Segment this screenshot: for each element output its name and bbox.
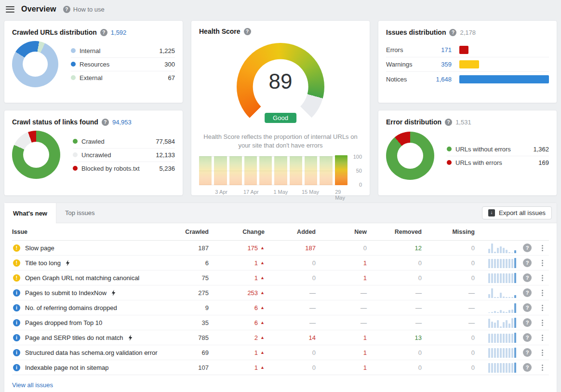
issue-name[interactable]: Title too long xyxy=(25,259,61,267)
severity-icon: i xyxy=(13,289,20,297)
error-dist-donut-chart[interactable] xyxy=(386,132,434,180)
issue-name[interactable]: Indexable page not in sitemap xyxy=(25,364,108,371)
history-bar xyxy=(214,156,227,185)
history-bar xyxy=(335,155,347,185)
tab-strip: What's new Top issues Export all issues xyxy=(4,203,557,223)
dist-row-errors: Errors 171 xyxy=(386,43,549,57)
issue-name[interactable]: Pages to submit to IndexNow xyxy=(25,289,107,297)
history-bar xyxy=(244,156,257,185)
legend-dot xyxy=(447,147,452,151)
missing-value: 0 xyxy=(422,274,475,282)
table-row[interactable]: i Page and SERP titles do not match 785 … xyxy=(12,330,549,345)
kebab-menu-icon[interactable] xyxy=(535,260,549,266)
table-row[interactable]: i Pages dropped from Top 10 35 6▲ — — — … xyxy=(12,315,549,330)
help-icon[interactable]: ? xyxy=(523,318,532,327)
col-removed: Removed xyxy=(367,229,422,235)
kebab-menu-icon[interactable] xyxy=(535,320,549,326)
issue-name[interactable]: Page and SERP titles do not match xyxy=(25,334,123,341)
legend-dot xyxy=(447,160,452,165)
notices-bar[interactable] xyxy=(459,75,549,83)
legend-dot xyxy=(73,152,78,157)
legend-value: 300 xyxy=(164,61,175,68)
issue-name[interactable]: Slow page xyxy=(25,244,54,252)
new-value: — xyxy=(316,319,367,326)
legend-item-crawled[interactable]: Crawled 77,584 xyxy=(73,135,175,149)
help-icon[interactable]: ? xyxy=(102,119,109,126)
dist-value[interactable]: 171 xyxy=(424,46,452,54)
kebab-menu-icon[interactable] xyxy=(535,365,549,371)
dist-value[interactable]: 1,648 xyxy=(424,76,452,83)
help-icon[interactable]: ? xyxy=(100,29,107,36)
legend-item-urls-with-errors[interactable]: URLs with errors 169 xyxy=(447,156,549,169)
hamburger-menu-icon[interactable] xyxy=(6,6,14,13)
legend-item-blocked[interactable]: Blocked by robots.txt 5,236 xyxy=(73,162,175,175)
table-row[interactable]: ! Open Graph URL not matching canonical … xyxy=(12,270,549,285)
warnings-bar[interactable] xyxy=(459,60,479,68)
issue-name[interactable]: Pages dropped from Top 10 xyxy=(25,319,102,326)
crawled-urls-total[interactable]: 1,592 xyxy=(111,29,127,36)
change-value: 1▲ xyxy=(209,274,265,282)
legend-item-external[interactable]: External 67 xyxy=(71,71,175,84)
crawl-status-total[interactable]: 94,953 xyxy=(112,119,132,126)
help-icon[interactable]: ? xyxy=(523,363,532,372)
help-icon[interactable]: ? xyxy=(449,29,456,36)
history-bar xyxy=(290,156,302,185)
kebab-menu-icon[interactable] xyxy=(535,305,549,311)
kebab-menu-icon[interactable] xyxy=(535,275,549,281)
crawl-status-donut-chart[interactable] xyxy=(12,131,60,179)
sparkline-chart xyxy=(475,333,519,343)
help-icon[interactable]: ? xyxy=(523,288,532,297)
tab-whats-new[interactable]: What's new xyxy=(4,203,56,223)
issues-total: 2,178 xyxy=(460,29,476,36)
table-row[interactable]: ! Slow page 187 175▲ 187 0 12 0 ? xyxy=(12,241,549,256)
issue-name[interactable]: Open Graph URL not matching canonical xyxy=(25,274,139,282)
new-value: 0 xyxy=(316,244,367,252)
removed-value: 0 xyxy=(367,274,422,282)
dist-value[interactable]: 359 xyxy=(424,61,452,68)
change-value: 1▲ xyxy=(209,349,265,356)
col-issue: Issue xyxy=(12,229,162,235)
issue-name[interactable]: Structured data has schema.org validatio… xyxy=(25,349,158,356)
added-value: 0 xyxy=(265,364,316,371)
removed-value: — xyxy=(367,319,422,326)
crawled-urls-donut-chart[interactable] xyxy=(12,41,58,87)
table-row[interactable]: i Structured data has schema.org validat… xyxy=(12,345,549,360)
legend-item-resources[interactable]: Resources 300 xyxy=(71,58,175,71)
missing-value: 0 xyxy=(422,244,475,252)
dist-row-warnings: Warnings 359 xyxy=(386,57,549,72)
help-icon[interactable]: ? xyxy=(445,119,452,126)
tab-top-issues[interactable]: Top issues xyxy=(56,203,103,223)
table-row[interactable]: i Indexable page not in sitemap 107 1▲ 0… xyxy=(12,360,549,375)
how-to-use-link[interactable]: ? How to use xyxy=(63,6,105,13)
legend-item-urls-without-errors[interactable]: URLs without errors 1,362 xyxy=(447,143,549,156)
severity-icon: i xyxy=(13,319,20,326)
change-up-icon: ▲ xyxy=(260,276,265,280)
kebab-menu-icon[interactable] xyxy=(535,245,549,251)
legend-item-internal[interactable]: Internal 1,225 xyxy=(71,44,175,58)
table-row[interactable]: i No. of referring domains dropped 9 6▲ … xyxy=(12,300,549,315)
sparkline-chart xyxy=(475,258,519,268)
col-missing: Missing xyxy=(422,229,475,235)
help-icon[interactable]: ? xyxy=(244,28,251,35)
issue-name[interactable]: No. of referring domains dropped xyxy=(25,304,117,311)
kebab-menu-icon[interactable] xyxy=(535,290,549,296)
errors-bar[interactable] xyxy=(459,46,468,54)
table-row[interactable]: ! Title too long 6 1▲ 0 1 0 0 ? xyxy=(12,256,549,270)
export-all-issues-button[interactable]: Export all issues xyxy=(482,206,552,219)
card-crawled-urls-distribution: Crawled URLs distribution ? 1,592 Intern… xyxy=(4,20,183,103)
view-all-issues-link[interactable]: View all issues xyxy=(4,375,61,392)
help-icon[interactable]: ? xyxy=(523,303,532,312)
help-icon[interactable]: ? xyxy=(523,333,532,342)
crawled-value: 187 xyxy=(162,244,209,252)
help-icon[interactable]: ? xyxy=(523,258,532,267)
kebab-menu-icon[interactable] xyxy=(535,335,549,341)
kebab-menu-icon[interactable] xyxy=(535,350,549,356)
help-icon[interactable]: ? xyxy=(523,348,532,357)
help-icon[interactable]: ? xyxy=(523,273,532,282)
legend-value: 1,225 xyxy=(159,47,175,54)
legend-item-uncrawled[interactable]: Uncrawled 12,133 xyxy=(73,149,175,162)
removed-value: 0 xyxy=(367,259,422,267)
added-value: 0 xyxy=(265,259,316,267)
help-icon[interactable]: ? xyxy=(523,243,532,252)
table-row[interactable]: i Pages to submit to IndexNow 275 253▲ —… xyxy=(12,285,549,300)
